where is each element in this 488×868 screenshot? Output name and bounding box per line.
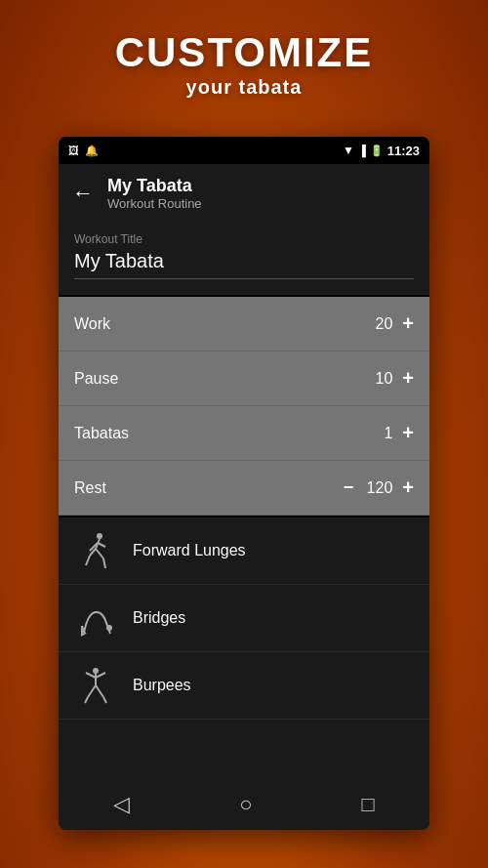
setting-value-pause: 10	[363, 370, 392, 388]
app-bar: ← My Tabata Workout Routine	[59, 164, 429, 223]
setting-row-work: Work 20 +	[59, 297, 429, 351]
status-time: 11:23	[387, 144, 420, 158]
svg-line-2	[96, 549, 103, 558]
setting-value-work: 20	[363, 315, 392, 333]
svg-line-20	[103, 697, 106, 703]
svg-point-0	[97, 533, 102, 539]
svg-line-16	[96, 673, 105, 678]
app-bar-titles: My Tabata Workout Routine	[107, 176, 202, 211]
setting-controls-rest: − 120 +	[344, 476, 414, 499]
setting-plus-rest[interactable]: +	[402, 476, 414, 499]
customize-subtitle: your tabata	[0, 76, 488, 99]
setting-minus-rest[interactable]: −	[344, 477, 354, 498]
exercise-name-burpees: Burpees	[133, 677, 191, 694]
top-header: CUSTOMIZE your tabata	[0, 29, 488, 99]
setting-row-rest: Rest − 120 +	[59, 461, 429, 516]
back-button[interactable]: ←	[72, 181, 94, 206]
exercises-section: Forward Lunges	[59, 517, 429, 720]
wifi-icon: ▼	[343, 144, 354, 157]
signal-icon: ▐	[358, 145, 366, 156]
setting-value-rest: 120	[363, 479, 392, 497]
workout-title-label: Workout Title	[74, 232, 414, 246]
setting-label-tabatas: Tabatas	[74, 425, 129, 442]
svg-line-3	[103, 558, 105, 568]
setting-plus-work[interactable]: +	[402, 312, 414, 335]
exercise-row-burpees[interactable]: Burpees	[59, 652, 429, 720]
setting-controls-tabatas: 1 +	[363, 422, 414, 444]
workout-title-input[interactable]: My Tabata	[74, 250, 414, 279]
setting-value-tabatas: 1	[363, 425, 392, 442]
setting-controls-pause: 10 +	[363, 367, 414, 390]
svg-line-15	[86, 673, 96, 678]
battery-icon: 🔋	[370, 145, 384, 157]
setting-plus-tabatas[interactable]: +	[402, 422, 414, 444]
image-icon: 🖼	[68, 145, 79, 156]
setting-row-tabatas: Tabatas 1 +	[59, 406, 429, 461]
exercise-row-bridges[interactable]: Bridges	[59, 585, 429, 652]
phone-frame: 🖼 🔔 ▼ ▐ 🔋 11:23 ← My Tabata Workout Rout…	[59, 137, 429, 830]
exercise-icon-lunges	[74, 529, 117, 572]
svg-line-7	[98, 543, 105, 547]
burpee-figure	[76, 666, 115, 705]
svg-line-18	[96, 685, 103, 697]
exercise-row-lunges[interactable]: Forward Lunges	[59, 517, 429, 585]
nav-back-button[interactable]: ◁	[113, 792, 130, 817]
setting-plus-pause[interactable]: +	[402, 367, 414, 390]
svg-line-17	[88, 685, 96, 697]
setting-row-pause: Pause 10 +	[59, 351, 429, 406]
nav-bar: ◁ ○ □	[59, 779, 429, 830]
svg-point-13	[93, 668, 99, 674]
setting-controls-work: 20 +	[363, 312, 414, 335]
svg-line-5	[86, 556, 90, 565]
setting-label-rest: Rest	[74, 479, 106, 497]
status-bar: 🖼 🔔 ▼ ▐ 🔋 11:23	[59, 137, 429, 164]
setting-label-pause: Pause	[74, 370, 118, 388]
nav-recents-button[interactable]: □	[362, 792, 375, 817]
exercise-icon-bridges	[74, 597, 117, 640]
notification-icon: 🔔	[85, 145, 99, 157]
customize-title: CUSTOMIZE	[0, 29, 488, 76]
status-left-icons: 🖼 🔔	[68, 145, 99, 157]
bridge-figure	[76, 599, 115, 638]
lunge-figure	[76, 531, 115, 570]
settings-section: Work 20 + Pause 10 + Tabatas 1 + Rest	[59, 297, 429, 516]
exercise-icon-burpees	[74, 664, 117, 707]
svg-line-19	[85, 697, 88, 703]
exercise-name-bridges: Bridges	[133, 609, 185, 627]
nav-home-button[interactable]: ○	[239, 792, 252, 817]
setting-label-work: Work	[74, 315, 110, 333]
app-bar-subtitle: Workout Routine	[107, 196, 202, 211]
status-right-icons: ▼ ▐ 🔋 11:23	[343, 144, 420, 158]
workout-title-section: Workout Title My Tabata	[59, 223, 429, 295]
exercise-name-lunges: Forward Lunges	[133, 542, 246, 559]
app-bar-title: My Tabata	[107, 176, 202, 196]
